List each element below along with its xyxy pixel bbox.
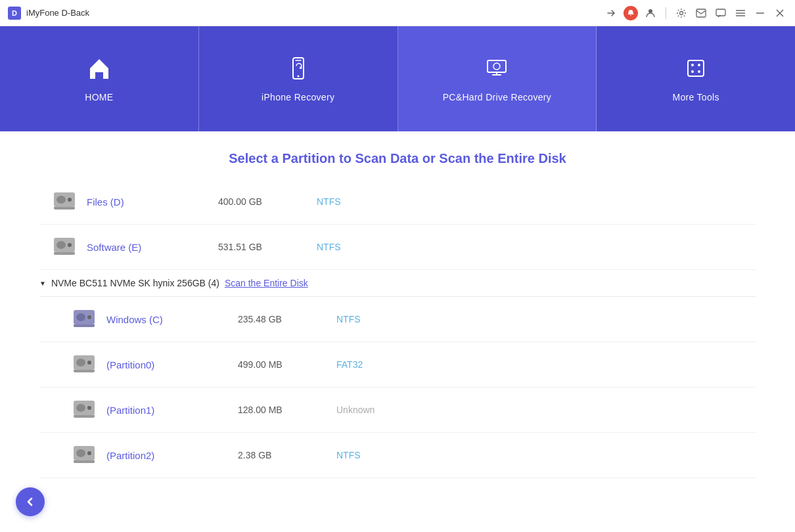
user-icon[interactable] (643, 6, 658, 20)
partition-row-p1[interactable]: (Partition1) 128.00 MB Unknown (39, 388, 756, 433)
titlebar-controls (604, 6, 787, 20)
nav-more-tools[interactable]: More Tools (597, 26, 795, 131)
titlebar: D iMyFone D-Back (0, 0, 795, 26)
navbar: HOME iPhone Recovery PC&Hard Drive Recov… (0, 26, 795, 131)
svg-point-16 (698, 64, 700, 66)
partition-icon-e (53, 235, 76, 259)
app-logo: D (8, 7, 21, 20)
partition-icon-p1 (72, 398, 96, 422)
partition-name-c: Windows (C) (106, 314, 238, 325)
partition-size-d: 400.00 GB (218, 196, 317, 207)
partition-row-p0[interactable]: (Partition0) 499.00 MB FAT32 (39, 342, 756, 388)
partition-fs-d: NTFS (317, 196, 341, 207)
main-content: Select a Partition to Scan Data or Scan … (0, 131, 795, 532)
nav-iphone-label: iPhone Recovery (261, 92, 334, 102)
partition-row-e[interactable]: Software (E) 531.51 GB NTFS (39, 225, 756, 270)
close-button[interactable] (773, 6, 787, 20)
svg-rect-12 (488, 60, 506, 72)
partition-size-p2: 2.38 GB (238, 450, 336, 460)
partition-name-d: Files (D) (87, 196, 218, 208)
svg-point-0 (648, 9, 652, 13)
nav-pc-label: PC&Hard Drive Recovery (443, 92, 551, 102)
partition-name-p0: (Partition0) (106, 359, 238, 370)
partition-icon-p0 (72, 353, 96, 376)
partition-row-c[interactable]: Windows (C) 235.48 GB NTFS (39, 297, 756, 342)
nav-iphone-recovery[interactable]: iPhone Recovery (199, 26, 398, 131)
svg-rect-3 (716, 9, 725, 16)
partition-name-p1: (Partition1) (106, 405, 238, 416)
partition-fs-p0: FAT32 (336, 359, 363, 370)
disk-list: Files (D) 400.00 GB NTFS Software (E) 53… (0, 179, 795, 478)
partition-fs-p1: Unknown (336, 405, 375, 415)
chat-icon[interactable] (714, 6, 728, 20)
grid-icon (683, 55, 709, 85)
share-icon[interactable] (604, 6, 618, 20)
nvme-group-name: NVMe BC511 NVMe SK hynix 256GB (4) (51, 278, 219, 288)
nav-pc-recovery[interactable]: PC&Hard Drive Recovery (398, 26, 597, 131)
svg-point-11 (297, 76, 299, 78)
partition-icon-d (53, 190, 76, 213)
nav-more-tools-label: More Tools (673, 92, 719, 102)
partition-row-p2[interactable]: (Partition2) 2.38 GB NTFS (39, 433, 756, 478)
partition-fs-e: NTFS (317, 242, 341, 252)
svg-point-18 (698, 70, 700, 73)
svg-point-1 (680, 11, 683, 14)
svg-rect-14 (688, 60, 704, 76)
home-icon (86, 55, 112, 85)
svg-rect-2 (696, 9, 706, 17)
mail-icon[interactable] (694, 6, 708, 20)
partition-icon-p2 (72, 443, 96, 467)
partition-fs-c: NTFS (336, 314, 361, 324)
partition-size-p0: 499.00 MB (238, 359, 336, 370)
page-title: Select a Partition to Scan Data or Scan … (0, 131, 795, 179)
svg-point-17 (691, 70, 694, 73)
notification-icon[interactable] (624, 6, 638, 20)
nvme-arrow-icon: ▼ (39, 280, 46, 287)
pc-icon (484, 55, 510, 85)
partition-name-e: Software (E) (87, 242, 218, 253)
menu-icon[interactable] (733, 6, 748, 20)
partition-row-d[interactable]: Files (D) 400.00 GB NTFS (39, 179, 756, 225)
nav-home[interactable]: HOME (0, 26, 199, 131)
partition-size-e: 531.51 GB (218, 242, 317, 252)
back-button[interactable] (16, 487, 45, 516)
partition-size-p1: 128.00 MB (238, 405, 336, 415)
settings-icon[interactable] (674, 6, 689, 20)
nav-home-label: HOME (85, 92, 113, 102)
partition-fs-p2: NTFS (336, 450, 361, 460)
nvme-group-header: ▼ NVMe BC511 NVMe SK hynix 256GB (4) Sca… (39, 270, 756, 297)
partition-icon-c (72, 307, 96, 331)
partition-size-c: 235.48 GB (238, 314, 336, 324)
iphone-icon (285, 55, 311, 85)
svg-point-15 (691, 64, 694, 66)
app-title: iMyFone D-Back (26, 8, 89, 18)
titlebar-divider (666, 7, 666, 19)
scan-entire-disk-link[interactable]: Scan the Entire Disk (225, 278, 308, 288)
partition-name-p2: (Partition2) (106, 450, 238, 461)
minimize-button[interactable] (753, 6, 767, 20)
svg-point-13 (493, 63, 500, 70)
